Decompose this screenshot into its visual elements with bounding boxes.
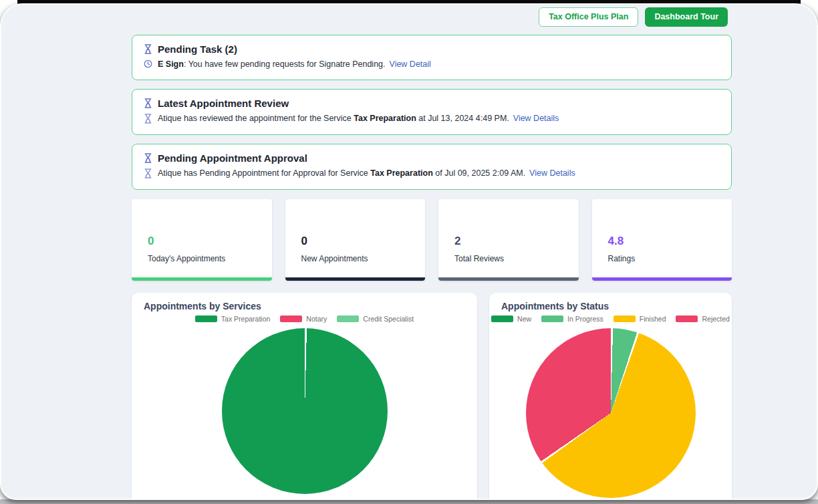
legend-swatch — [280, 316, 302, 322]
pending-task-card: Pending Task (2) E Sign: You have few pe… — [132, 35, 732, 80]
dashboard-tour-button[interactable]: Dashboard Tour — [645, 7, 728, 27]
appointments-by-services-chart-card: Appointments by Services Tax Preparation… — [132, 293, 477, 501]
card-title: Latest Appointment Review — [158, 98, 289, 109]
legend-label: Rejected — [702, 315, 729, 323]
chart-title: Appointments by Services — [144, 301, 477, 311]
appointments-by-status-chart-card: Appointments by Status New In Progress F… — [489, 293, 732, 501]
legend-swatch — [337, 316, 359, 322]
hourglass-icon — [144, 44, 152, 54]
legend-item-notary[interactable]: Notary — [280, 315, 327, 323]
hourglass-icon — [144, 98, 152, 108]
window-bottom-edge — [0, 499, 818, 504]
stat-card-todays-appointments: 0 Today's Appointments — [132, 199, 272, 281]
latest-appointment-review-card: Latest Appointment Review Atique has rev… — [132, 89, 732, 135]
chart-legend: Tax Preparation Notary Credit Specialist — [132, 315, 477, 323]
stat-label: Ratings — [608, 254, 732, 263]
clock-icon — [144, 59, 152, 68]
legend-swatch — [676, 316, 698, 322]
stat-label: Total Reviews — [454, 254, 579, 263]
tax-office-plus-plan-button[interactable]: Tax Office Plus Plan — [539, 7, 638, 27]
stat-label: New Appointments — [301, 254, 426, 263]
legend-label: Finished — [640, 315, 666, 323]
view-details-link[interactable]: View Details — [513, 114, 559, 123]
stat-card-ratings: 4.8 Ratings — [592, 199, 732, 281]
legend-item-in-progress[interactable]: In Progress — [541, 315, 603, 323]
legend-swatch — [541, 316, 563, 322]
dashboard-content: Pending Task (2) E Sign: You have few pe… — [132, 35, 732, 501]
card-title: Pending Appointment Approval — [158, 152, 307, 164]
services-pie-chart — [222, 328, 388, 494]
legend-swatch — [195, 316, 217, 322]
legend-item-credit-specialist[interactable]: Credit Specialist — [337, 315, 414, 323]
stat-value: 0 — [148, 235, 272, 248]
stat-card-new-appointments: 0 New Appointments — [285, 199, 426, 281]
legend-swatch — [491, 316, 513, 322]
legend-item-rejected[interactable]: Rejected — [676, 315, 729, 323]
legend-label: Credit Specialist — [363, 315, 414, 323]
stat-accent-bar — [592, 277, 732, 281]
legend-swatch — [614, 316, 636, 322]
stat-label: Today's Appointments — [148, 254, 272, 263]
legend-label: Notary — [306, 315, 327, 323]
legend-label: Tax Preparation — [221, 315, 271, 323]
chart-legend: New In Progress Finished Rejected — [489, 315, 732, 323]
status-pie-chart — [526, 328, 696, 498]
card-message: Atique has Pending Appointment for Appro… — [158, 168, 575, 178]
legend-label: In Progress — [567, 315, 603, 323]
view-details-link[interactable]: View Details — [529, 168, 575, 178]
hourglass-icon — [144, 168, 152, 178]
stats-row: 0 Today's Appointments 0 New Appointment… — [132, 199, 732, 281]
card-title: Pending Task (2) — [158, 43, 237, 55]
view-detail-link[interactable]: View Detail — [390, 59, 431, 69]
legend-item-finished[interactable]: Finished — [614, 315, 666, 323]
charts-row: Appointments by Services Tax Preparation… — [132, 293, 732, 501]
stat-accent-bar — [132, 277, 272, 281]
stat-accent-bar — [438, 277, 579, 281]
stat-value: 2 — [454, 235, 579, 248]
stat-value: 4.8 — [608, 235, 732, 248]
legend-label: New — [517, 315, 531, 323]
stat-card-total-reviews: 2 Total Reviews — [438, 199, 579, 281]
stat-accent-bar — [285, 277, 426, 281]
dashboard-window: Tax Office Plus Plan Dashboard Tour Pend… — [0, 3, 818, 500]
card-message: E Sign: You have few pending requests fo… — [158, 59, 431, 69]
legend-item-new[interactable]: New — [491, 315, 531, 323]
hourglass-icon — [144, 114, 152, 124]
stat-value: 0 — [301, 235, 426, 248]
hourglass-icon — [144, 153, 152, 163]
pending-appointment-approval-card: Pending Appointment Approval Atique has … — [132, 144, 732, 190]
card-message: Atique has reviewed the appointment for … — [158, 114, 559, 123]
topbar: Tax Office Plus Plan Dashboard Tour — [1, 5, 817, 27]
legend-item-tax-preparation[interactable]: Tax Preparation — [195, 315, 271, 323]
chart-title: Appointments by Status — [501, 301, 732, 311]
